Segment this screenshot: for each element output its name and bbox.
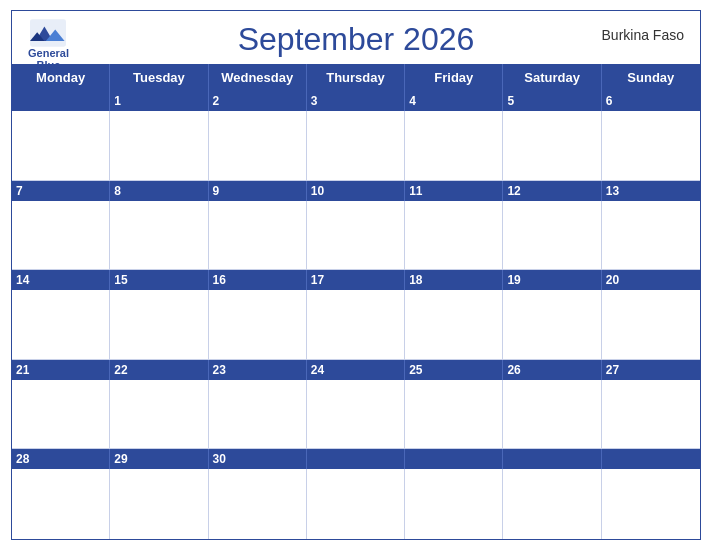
week-5-day-3: 30 [209,449,307,469]
week-3-day-2: 15 [110,270,208,290]
week-1-cell-4 [307,111,405,180]
week-3-day-7: 20 [602,270,700,290]
week-4-day-6: 26 [503,360,601,380]
week-2-day-3: 9 [209,181,307,201]
week-2-cell-3 [209,201,307,270]
week-1-day-4: 3 [307,91,405,111]
week-3-cell-5 [405,290,503,359]
week-2-cell-1 [12,201,110,270]
week-3-day-4: 17 [307,270,405,290]
week-4-cell-4 [307,380,405,449]
weekday-thursday: Thursday [307,64,405,91]
weekday-friday: Friday [405,64,503,91]
week-3-day-5: 18 [405,270,503,290]
week-4-cell-7 [602,380,700,449]
week-2: 7 8 9 10 11 12 13 [12,181,700,271]
week-2-header: 7 8 9 10 11 12 13 [12,181,700,201]
week-3-day-1: 14 [12,270,110,290]
week-3-cell-6 [503,290,601,359]
week-1-day-2: 1 [110,91,208,111]
week-4-day-2: 22 [110,360,208,380]
week-4-day-5: 25 [405,360,503,380]
week-3-header: 14 15 16 17 18 19 20 [12,270,700,290]
weekday-wednesday: Wednesday [209,64,307,91]
week-4-header: 21 22 23 24 25 26 27 [12,360,700,380]
week-2-cell-6 [503,201,601,270]
week-5-cell-4 [307,469,405,539]
weekday-saturday: Saturday [503,64,601,91]
week-2-day-7: 13 [602,181,700,201]
week-5-cell-3 [209,469,307,539]
week-2-cell-7 [602,201,700,270]
week-2-cell-2 [110,201,208,270]
week-5-day-7 [602,449,700,469]
week-4-cell-6 [503,380,601,449]
week-2-day-4: 10 [307,181,405,201]
week-4-day-1: 21 [12,360,110,380]
week-4-cell-5 [405,380,503,449]
logo: General Blue [28,19,69,71]
week-5-cell-2 [110,469,208,539]
week-2-content [12,201,700,271]
week-4-cell-1 [12,380,110,449]
week-3-cell-4 [307,290,405,359]
week-5-cell-6 [503,469,601,539]
week-1: 1 2 3 4 5 6 [12,91,700,181]
week-1-cell-7 [602,111,700,180]
week-4-cell-2 [110,380,208,449]
week-5-day-2: 29 [110,449,208,469]
week-5-header: 28 29 30 [12,449,700,469]
week-3-content [12,290,700,360]
week-2-cell-5 [405,201,503,270]
week-1-cell-3 [209,111,307,180]
week-1-content [12,111,700,181]
week-3-cell-7 [602,290,700,359]
week-5-cell-5 [405,469,503,539]
week-4-day-3: 23 [209,360,307,380]
week-3-day-6: 19 [503,270,601,290]
week-3-cell-1 [12,290,110,359]
week-4-cell-3 [209,380,307,449]
generalblue-logo-icon [30,19,66,47]
week-5-cell-7 [602,469,700,539]
week-4: 21 22 23 24 25 26 27 [12,360,700,450]
calendar: General Blue September 2026 Burkina Faso… [11,10,701,540]
week-2-day-5: 11 [405,181,503,201]
week-3: 14 15 16 17 18 19 20 [12,270,700,360]
week-4-day-4: 24 [307,360,405,380]
week-4-day-7: 27 [602,360,700,380]
week-1-day-1 [12,91,110,111]
week-4-content [12,380,700,450]
week-2-day-2: 8 [110,181,208,201]
week-1-day-6: 5 [503,91,601,111]
week-3-cell-3 [209,290,307,359]
weekday-sunday: Sunday [602,64,700,91]
week-5-day-5 [405,449,503,469]
calendar-header: General Blue September 2026 Burkina Faso [12,11,700,64]
logo-general-text: General [28,47,69,59]
week-2-cell-4 [307,201,405,270]
week-1-cell-2 [110,111,208,180]
week-5-cell-1 [12,469,110,539]
logo-blue-text: Blue [37,59,61,71]
week-1-cell-1 [12,111,110,180]
week-1-day-7: 6 [602,91,700,111]
week-5-day-1: 28 [12,449,110,469]
month-year-title: September 2026 [238,21,475,58]
week-5-day-6 [503,449,601,469]
week-1-day-5: 4 [405,91,503,111]
week-1-day-3: 2 [209,91,307,111]
country-label: Burkina Faso [602,27,684,43]
week-2-day-1: 7 [12,181,110,201]
week-2-day-6: 12 [503,181,601,201]
week-5: 28 29 30 [12,449,700,539]
week-5-day-4 [307,449,405,469]
week-1-header: 1 2 3 4 5 6 [12,91,700,111]
week-3-day-3: 16 [209,270,307,290]
week-5-content [12,469,700,539]
weeks-area: 1 2 3 4 5 6 7 8 9 10 [12,91,700,539]
week-1-cell-5 [405,111,503,180]
weekdays-row: Monday Tuesday Wednesday Thursday Friday… [12,64,700,91]
week-1-cell-6 [503,111,601,180]
week-3-cell-2 [110,290,208,359]
